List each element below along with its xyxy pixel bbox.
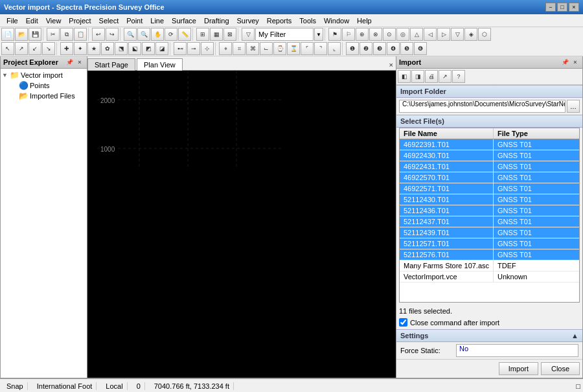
viewport-close-btn[interactable]: × — [387, 60, 396, 70]
tb-c3[interactable]: ⊕ — [356, 28, 369, 41]
panel-close-icon[interactable]: × — [75, 58, 84, 67]
file-row[interactable]: 52112576.T01GNSS T01 — [400, 249, 579, 260]
menu-project[interactable]: Project — [65, 16, 95, 26]
tb-redo[interactable]: ↪ — [106, 28, 119, 41]
import-tb-print[interactable]: 🖨 — [425, 70, 438, 83]
tb-c8[interactable]: ◁ — [424, 28, 437, 41]
file-row[interactable]: 52112571.T01GNSS T01 — [400, 238, 579, 249]
close-button-import[interactable]: Close — [541, 362, 580, 375]
menu-edit[interactable]: Edit — [22, 16, 42, 26]
tb-paste[interactable]: 📋 — [74, 28, 87, 41]
file-row[interactable]: 46922430.T01GNSS T01 — [400, 150, 579, 161]
menu-file[interactable]: File — [3, 16, 22, 26]
menu-survey[interactable]: Survey — [233, 16, 263, 26]
import-tb-export[interactable]: ↗ — [439, 70, 452, 83]
import-tb-help[interactable]: ? — [452, 70, 465, 83]
file-row[interactable]: 52112430.T01GNSS T01 — [400, 194, 579, 205]
import-button[interactable]: Import — [499, 362, 538, 375]
import-close-icon[interactable]: × — [571, 58, 580, 67]
tb-c12[interactable]: ⬡ — [478, 28, 491, 41]
file-row[interactable]: Many Farms Store 107.ascTDEF — [400, 260, 579, 271]
tb-d1[interactable]: ↖ — [1, 42, 14, 55]
tb-e3[interactable]: ★ — [87, 42, 100, 55]
tb-c5[interactable]: ⊙ — [383, 28, 396, 41]
file-row[interactable]: 46922431.T01GNSS T01 — [400, 161, 579, 172]
menu-reports[interactable]: Reports — [263, 16, 296, 26]
filter-dropdown[interactable]: ▼ — [314, 28, 323, 41]
title-bar-controls[interactable]: − □ × — [545, 3, 579, 12]
tb-b3[interactable]: ⊠ — [223, 28, 236, 41]
tb-g1[interactable]: ❶ — [346, 42, 359, 55]
tb-g2[interactable]: ❷ — [360, 42, 372, 55]
maximize-button[interactable]: □ — [557, 3, 567, 12]
tb-e11[interactable]: ⊹ — [201, 42, 214, 55]
tb-measure[interactable]: 📏 — [178, 28, 191, 41]
import-folder-browse-btn[interactable]: … — [567, 100, 580, 113]
tree-item-imported-files[interactable]: 📂 Imported Files — [11, 91, 86, 101]
menu-view[interactable]: View — [42, 16, 65, 26]
file-row[interactable]: 46922571.T01GNSS T01 — [400, 183, 579, 194]
menu-drafting[interactable]: Drafting — [200, 16, 233, 26]
tb-e10[interactable]: ⊸ — [187, 42, 200, 55]
tb-c1[interactable]: ⚑ — [328, 28, 341, 41]
tb-f9[interactable]: ⌞ — [328, 42, 341, 55]
tb-e6[interactable]: ⬕ — [128, 42, 141, 55]
import-tb-1[interactable]: ◧ — [398, 70, 411, 83]
tb-zoom-out[interactable]: 🔍 — [137, 28, 150, 41]
tb-g4[interactable]: ❹ — [387, 42, 400, 55]
tb-e5[interactable]: ⬔ — [115, 42, 128, 55]
tb-c11[interactable]: ◈ — [464, 28, 477, 41]
settings-collapse-icon[interactable]: ▲ — [571, 332, 578, 340]
tb-open[interactable]: 📂 — [15, 28, 28, 41]
tb-f3[interactable]: ⌘ — [246, 42, 259, 55]
import-tb-2[interactable]: ◨ — [411, 70, 424, 83]
tb-cut[interactable]: ✂ — [47, 28, 60, 41]
menu-help[interactable]: Help — [353, 16, 376, 26]
tb-save[interactable]: 💾 — [29, 28, 41, 41]
menu-line[interactable]: Line — [146, 16, 168, 26]
tb-c2[interactable]: ⚐ — [342, 28, 355, 41]
tb-e7[interactable]: ◩ — [142, 42, 155, 55]
col-header-type[interactable]: File Type — [494, 128, 579, 139]
tb-zoom-in[interactable]: 🔍 — [124, 28, 137, 41]
tb-filter-icon[interactable]: ▽ — [242, 28, 255, 41]
import-pin-icon[interactable]: 📌 — [560, 58, 569, 67]
tb-f6[interactable]: ⌛ — [287, 42, 300, 55]
minimize-button[interactable]: − — [545, 3, 556, 12]
tree-item-points[interactable]: 🔵 Points — [11, 80, 86, 91]
file-row[interactable]: 52112437.T01GNSS T01 — [400, 216, 579, 227]
tb-b1[interactable]: ⊞ — [196, 28, 209, 41]
tab-start-page[interactable]: Start Page — [87, 58, 135, 71]
tb-c9[interactable]: ▷ — [437, 28, 450, 41]
file-row[interactable]: 52112436.T01GNSS T01 — [400, 205, 579, 216]
tb-f7[interactable]: ⌜ — [301, 42, 314, 55]
menu-window[interactable]: Window — [320, 16, 353, 26]
tb-copy[interactable]: ⧉ — [60, 28, 73, 41]
menu-select[interactable]: Select — [95, 16, 123, 26]
tb-d4[interactable]: ↘ — [42, 42, 55, 55]
tb-e2[interactable]: ✦ — [74, 42, 87, 55]
tb-g3[interactable]: ❸ — [373, 42, 386, 55]
tb-f1[interactable]: ⌖ — [219, 42, 232, 55]
tb-rotate[interactable]: ⟳ — [165, 28, 177, 41]
file-row[interactable]: VectorImport.vceUnknown — [400, 271, 579, 282]
tb-g5[interactable]: ❺ — [400, 42, 413, 55]
tree-item-root[interactable]: ▼ 📁 Vector import — [2, 70, 86, 80]
tb-d2[interactable]: ↗ — [15, 42, 28, 55]
map-canvas[interactable]: 2000 1000 0 -1000 -2000 -3000 -4000 -400… — [87, 71, 396, 378]
filter-input[interactable] — [255, 28, 314, 41]
tb-b2[interactable]: ▦ — [210, 28, 223, 41]
tb-e4[interactable]: ✿ — [101, 42, 114, 55]
menu-surface[interactable]: Surface — [168, 16, 200, 26]
file-row[interactable]: 52112439.T01GNSS T01 — [400, 227, 579, 238]
tb-new[interactable]: 📄 — [1, 28, 14, 41]
tb-c10[interactable]: ▽ — [451, 28, 464, 41]
col-header-name[interactable]: File Name — [400, 128, 494, 139]
close-command-checkbox[interactable] — [399, 318, 407, 327]
file-row[interactable]: 46922570.T01GNSS T01 — [400, 172, 579, 183]
tb-e1[interactable]: ✚ — [60, 42, 73, 55]
tb-d3[interactable]: ↙ — [29, 42, 41, 55]
tb-c7[interactable]: △ — [410, 28, 423, 41]
panel-pin-icon[interactable]: 📌 — [65, 58, 74, 67]
tb-e8[interactable]: ◪ — [155, 42, 168, 55]
